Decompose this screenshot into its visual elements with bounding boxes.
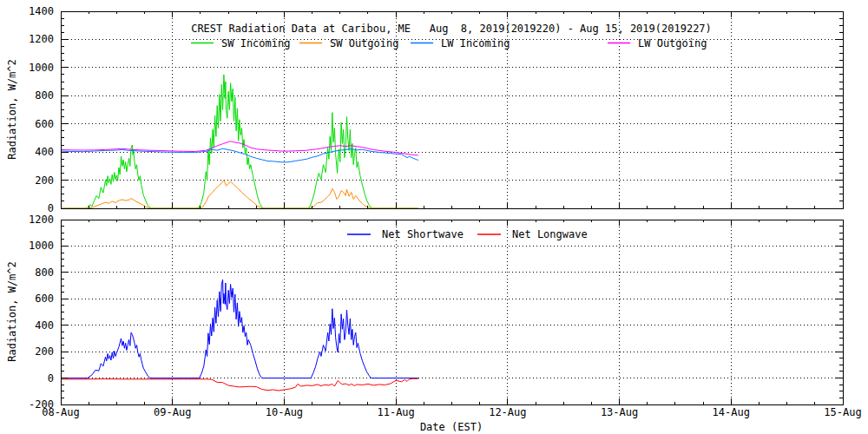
y-tick-label: 600 [35, 293, 54, 305]
y-tick-label: 600 [35, 118, 54, 130]
y-tick-label: 1000 [29, 62, 54, 74]
x-tick-label: 08-Aug [42, 406, 79, 418]
x-tick-label: 13-Aug [601, 406, 638, 418]
x-tick-label: 12-Aug [489, 406, 526, 418]
panel-frame [61, 220, 843, 404]
x-tick-label: 10-Aug [266, 406, 303, 418]
x-tick-label: 09-Aug [154, 406, 191, 418]
y-tick-label: 0 [48, 202, 54, 214]
y-tick-label: 400 [35, 146, 54, 158]
y-tick-label: 200 [35, 174, 54, 187]
radiation-chart: 0200400600800100012001400-20002004006008… [0, 0, 868, 434]
series-net-longwave [61, 378, 418, 391]
legend-label-lw-incoming: LW Incoming [441, 37, 510, 49]
y-tick-label: 1000 [29, 240, 54, 252]
series-lw-outgoing [61, 141, 418, 155]
y-tick-label: 800 [35, 266, 54, 279]
y-tick-label: 0 [48, 372, 54, 385]
y-tick-label: 200 [35, 345, 54, 358]
x-tick-label: 15-Aug [824, 406, 861, 418]
chart-title: CREST Radiation Data at Caribou, ME Aug … [191, 23, 712, 35]
legend-label-net-shortwave: Net Shortwave [382, 228, 464, 240]
plot-canvas: 0200400600800100012001400-20002004006008… [0, 0, 868, 434]
y-axis-label-top: Radiation, W/m^2 [6, 59, 18, 160]
legend-top-panel: SW Incoming SW Outgoing LW Incoming LW O… [191, 37, 707, 49]
legend-label-sw-outgoing: SW Outgoing [330, 37, 398, 49]
y-tick-label: 1200 [29, 214, 54, 226]
y-tick-label: 800 [35, 89, 54, 102]
legend-label-net-longwave: Net Longwave [512, 228, 588, 240]
legend-label-lw-outgoing: LW Outgoing [638, 37, 707, 49]
x-tick-label: 14-Aug [713, 406, 750, 418]
legend-label-sw-incoming: SW Incoming [221, 37, 290, 49]
y-tick-label: 1200 [29, 33, 54, 45]
plot-render-layer: 0200400600800100012001400-20002004006008… [29, 5, 862, 418]
legend-bottom-panel: Net Shortwave Net Longwave [347, 228, 588, 240]
series-sw-incoming [61, 75, 418, 208]
y-tick-label: 400 [35, 319, 54, 332]
x-axis-label: Date (EST) [420, 421, 483, 433]
series-net-shortwave [61, 279, 418, 378]
x-tick-label: 11-Aug [377, 406, 414, 418]
series-lw-incoming [61, 148, 418, 162]
y-axis-label-bottom: Radiation, W/m^2 [6, 261, 18, 362]
y-tick-label: 1400 [29, 5, 54, 17]
